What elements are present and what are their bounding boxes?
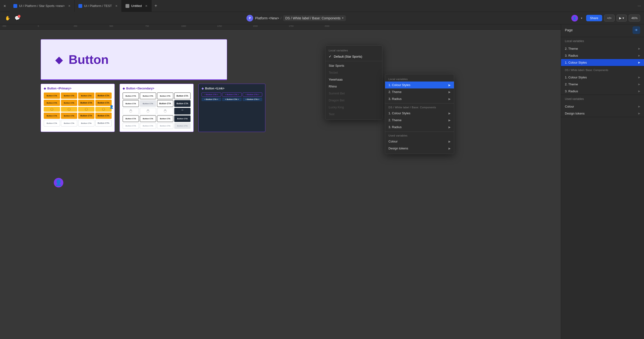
breadcrumb-current[interactable]: DS / White label / Base: Components ▾ <box>283 15 346 21</box>
dropdown-item-yeeehaaa[interactable]: Yeeehaaa <box>325 76 382 83</box>
share-button[interactable]: Share <box>586 15 602 21</box>
tab-bar: ✕ UI / Platform / Star Sports <new> ✕ UI… <box>0 0 644 12</box>
dropdown-item-summit-bet[interactable]: Summit Bet <box>325 90 382 97</box>
breadcrumb: Platform <New> / DS / White label / Base… <box>255 15 346 21</box>
btn-sec-out-4[interactable]: Button CTA <box>174 123 190 129</box>
btn-loading-2[interactable] <box>61 107 77 112</box>
tab-overflow-button[interactable]: ··· <box>634 0 644 12</box>
btn-cta-4[interactable]: Button CTA <box>96 92 112 99</box>
dropdown-item-star-sports[interactable]: Star Sports <box>325 62 382 69</box>
section1-diamond-icon: ◆ <box>44 87 46 90</box>
btn-sec-4[interactable]: Button CTA <box>174 92 190 99</box>
add-tab-button[interactable]: + <box>152 0 160 12</box>
btn-cta-r3[interactable]: Button CTA <box>78 112 94 119</box>
play-button[interactable]: ▶ ▾ <box>616 14 627 22</box>
dropdown-item-rhino[interactable]: Rhino <box>325 83 382 90</box>
btn-loading-1[interactable] <box>44 107 60 112</box>
btn-sec-7[interactable]: Button CTA <box>157 100 173 107</box>
tab-star-sports[interactable]: UI / Platform / Star Sports <new> ✕ <box>10 0 74 12</box>
btn-sec-3[interactable]: Button CTA <box>157 92 173 99</box>
breadcrumb-project[interactable]: Platform <New> <box>255 16 279 20</box>
chip-btn-4[interactable]: < Button CTA > <box>202 98 221 101</box>
chip-btn-2[interactable]: < Button CTA > <box>222 92 242 96</box>
rp-item-theme[interactable]: 2. Theme ▶ <box>561 45 644 52</box>
used-design-tokens-item[interactable]: Design tokens ▶ <box>561 110 644 117</box>
ds-colour-item[interactable]: 1. Colour Styles ▶ <box>561 74 644 81</box>
btn-outline-2[interactable]: Button CTA <box>61 120 77 126</box>
btn-cta-7[interactable]: Button CTA <box>78 100 94 106</box>
eye-icon[interactable]: 👁 <box>632 26 640 34</box>
ds-panel-ds-colour[interactable]: 1. Colour Styles ▶ <box>385 110 454 117</box>
btn-sec-8[interactable]: Button CTA <box>174 100 190 107</box>
btn-sec-load-4[interactable] <box>174 108 190 114</box>
btn-cta-5[interactable]: Button CTA <box>44 100 60 106</box>
frame-hero[interactable]: ◆ Button <box>41 39 227 80</box>
comment-button[interactable]: 💬 1 <box>14 14 21 22</box>
btn-sec-out-3[interactable]: Button CTA <box>157 123 173 129</box>
btn-cta-8[interactable]: Button CTA <box>96 100 112 106</box>
btn-outline-1[interactable]: Button CTA <box>44 120 60 126</box>
btn-sec-2[interactable]: Button CTA <box>140 92 156 99</box>
hand-tool-button[interactable]: ✋ <box>4 14 12 22</box>
btn-cta-3[interactable]: Button CTA <box>78 92 94 99</box>
dropdown-item-tecbet[interactable]: Tecbet <box>325 69 382 76</box>
zoom-button[interactable]: 46% <box>629 14 640 22</box>
chip-btn-5[interactable]: < Button CTA > <box>222 98 242 101</box>
btn-sec-r3[interactable]: Button CTA <box>157 116 173 122</box>
avatar-dropdown-button[interactable]: ▾ <box>579 15 584 22</box>
ds-panel-section-label: Local variables <box>385 76 454 82</box>
btn-cta-r2[interactable]: Button CTA <box>61 112 77 119</box>
rp-item-colour-styles[interactable]: 1. Colour Styles ▶ <box>561 59 644 66</box>
dropdown-item-test[interactable]: Test <box>325 111 382 118</box>
close-icon[interactable]: ✕ <box>0 0 10 12</box>
ds-panel-design-tokens-item[interactable]: Design tokens ▶ <box>385 145 454 152</box>
tab-close-test[interactable]: ✕ <box>115 4 118 8</box>
btn-loading-3[interactable] <box>78 107 94 112</box>
used-colour-item[interactable]: Colour ▶ <box>561 103 644 110</box>
ds-panel-radius[interactable]: 3. Radius ▶ <box>385 96 454 102</box>
btn-outline-3[interactable]: Button CTA <box>78 120 94 126</box>
btn-loading-4[interactable]: 👤 <box>96 107 112 112</box>
btn-cta-2[interactable]: Button CTA <box>61 92 77 99</box>
rp-item-radius[interactable]: 3. Radius ▶ <box>561 52 644 59</box>
ds-panel-colour-item[interactable]: Colour ▶ <box>385 138 454 145</box>
ds-panel-theme[interactable]: 2. Theme ▶ <box>385 88 454 96</box>
secondary-section-title: ◆ Button <Secondary> <box>123 87 190 90</box>
dropdown-item-dragon-bet[interactable]: Dragon Bet <box>325 97 382 104</box>
tab-close-untitled[interactable]: ✕ <box>145 4 148 8</box>
btn-sec-6[interactable]: Button CTA <box>140 100 156 107</box>
chevron-right-icon: ▶ <box>448 112 450 115</box>
btn-sec-r4[interactable]: Button CTA <box>174 116 190 122</box>
btn-outline-4[interactable]: Button CTA <box>96 120 112 126</box>
btn-sec-1[interactable]: Button CTA <box>123 92 139 99</box>
tab-close-star-sports[interactable]: ✕ <box>68 4 70 8</box>
dropdown-item-lucky-king[interactable]: Lucky King <box>325 104 382 111</box>
btn-cta-r4[interactable]: Button CTA <box>96 112 112 119</box>
chip-btn-3[interactable]: < Button CTA > <box>243 92 262 96</box>
btn-sec-r1[interactable]: Button CTA <box>123 116 139 122</box>
ds-panel-used-label: Used variables <box>385 133 454 138</box>
tab-icon-test <box>78 4 82 8</box>
ds-panel-ds-theme[interactable]: 2. Theme ▶ <box>385 117 454 124</box>
ds-panel-ds-radius[interactable]: 3. Radius ▶ <box>385 124 454 130</box>
ds-theme-item[interactable]: 2. Theme ▶ <box>561 81 644 88</box>
tab-test[interactable]: UI / Platform / TEST ✕ <box>74 0 122 12</box>
btn-sec-load-3[interactable] <box>157 108 173 114</box>
btn-sec-out-2[interactable]: Button CTA <box>140 123 156 129</box>
btn-sec-r2[interactable]: Button CTA <box>140 116 156 122</box>
btn-sec-5[interactable]: Button CTA <box>123 100 139 107</box>
chevron-right-icon: ▶ <box>448 90 450 94</box>
ds-radius-item[interactable]: 3. Radius ▶ <box>561 88 644 95</box>
btn-sec-load-1[interactable] <box>123 108 139 114</box>
btn-cta-r1[interactable]: Button CTA <box>44 112 60 119</box>
btn-cta-6[interactable]: Button CTA <box>61 100 77 106</box>
code-button[interactable]: </> <box>604 14 615 22</box>
chip-btn-6[interactable]: < Button CTA > <box>243 98 262 101</box>
btn-cta-1[interactable]: Button CTA <box>44 92 60 99</box>
chip-btn-1[interactable]: < Button CTA > <box>202 92 221 96</box>
btn-sec-load-2[interactable] <box>140 108 156 114</box>
btn-sec-out-1[interactable]: Button CTA <box>123 123 139 129</box>
dropdown-item-default[interactable]: ✓ Default (Star Sports) <box>325 53 382 60</box>
tab-untitled[interactable]: Untitled ✕ <box>122 0 152 12</box>
ds-panel-colour-styles[interactable]: 1. Colour Styles ▶ <box>385 82 454 88</box>
